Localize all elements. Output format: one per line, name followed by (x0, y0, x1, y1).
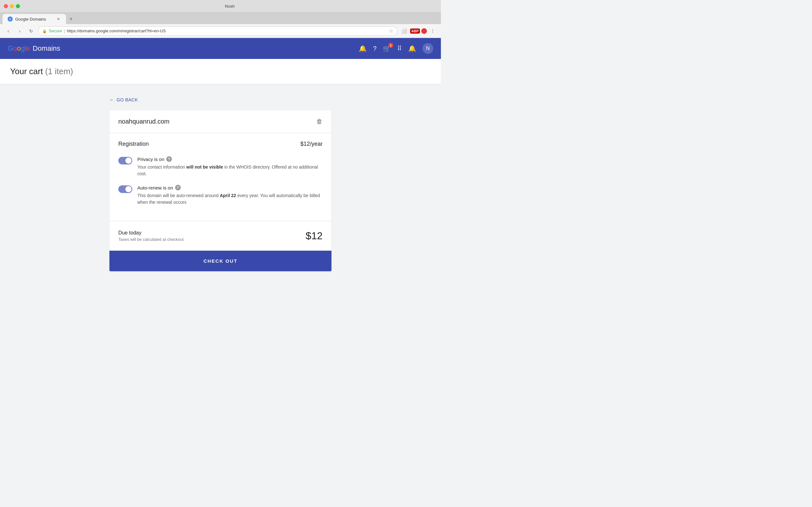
privacy-toggle-track[interactable] (118, 157, 132, 164)
domains-wordmark: Domains (33, 44, 60, 53)
registration-label: Registration (118, 141, 149, 147)
tab-close-btn[interactable]: ✕ (56, 16, 61, 21)
cart-icon[interactable]: 🛒 1 (383, 45, 391, 52)
registration-price: $12/year (300, 141, 322, 147)
secure-icon: 🔒 (42, 29, 47, 33)
secure-label: Secure (49, 29, 62, 33)
tab-bar: G Google Domains ✕ + (0, 12, 441, 24)
refresh-btn[interactable]: ↻ (27, 26, 36, 36)
adblock-btn[interactable]: ABP (410, 29, 420, 34)
browser-titlebar: Noah (0, 0, 441, 12)
user-avatar[interactable]: N (422, 43, 433, 54)
autorenew-toggle[interactable] (118, 185, 132, 193)
apps-icon[interactable]: ⠿ (397, 45, 402, 52)
tab-favicon: G (8, 16, 13, 21)
privacy-toggle-thumb (125, 158, 132, 164)
back-btn[interactable]: ‹ (4, 26, 13, 36)
active-tab[interactable]: G Google Domains ✕ (3, 14, 66, 24)
cart-badge: 1 (388, 43, 393, 48)
go-back-arrow-icon: ← (109, 97, 115, 103)
privacy-toggle-info: Privacy is on ? Your contact information… (137, 156, 322, 177)
record-btn[interactable] (421, 28, 427, 34)
autorenew-bold: April 22 (220, 193, 236, 198)
autorenew-toggle-row: Auto-renew is on ? This domain will be a… (118, 185, 322, 206)
delete-domain-icon[interactable]: 🗑 (316, 118, 322, 125)
titlebar-title: Noah (22, 4, 437, 9)
privacy-toggle-title: Privacy is on ? (137, 156, 322, 162)
privacy-bold: will not be visible (186, 164, 223, 170)
domain-row: noahquanrud.com 🗑 (109, 110, 332, 133)
due-today-section: Due today Taxes will be calculated at ch… (109, 221, 332, 249)
address-separator: | (64, 29, 65, 33)
registration-section: Registration $12/year Privacy is on ? (109, 133, 332, 221)
header-icons: 🔔 ? 🛒 1 ⠿ 🔔 N (359, 43, 433, 54)
cast-icon[interactable]: ⬜ (400, 26, 409, 36)
menu-icon[interactable]: ⋮ (428, 26, 437, 36)
minimize-window-btn[interactable] (10, 4, 14, 8)
due-today-amount: $12 (306, 230, 322, 242)
address-actions: ☆ (389, 28, 393, 34)
autorenew-toggle-thumb (125, 186, 132, 192)
due-today-sub: Taxes will be calculated at checkout (118, 237, 184, 242)
domain-name: noahquanrud.com (118, 118, 169, 125)
due-today-label: Due today (118, 230, 184, 236)
cart-title: Your cart (1 item) (10, 66, 431, 76)
cart-title-bar: Your cart (1 item) (0, 59, 441, 84)
close-window-btn[interactable] (4, 4, 8, 8)
privacy-toggle-desc: Your contact information will not be vis… (137, 164, 322, 177)
bookmark-icon[interactable]: ☆ (389, 28, 393, 34)
notifications-icon[interactable]: 🔔 (359, 45, 367, 52)
autorenew-toggle-track[interactable] (118, 185, 132, 193)
autorenew-toggle-info: Auto-renew is on ? This domain will be a… (137, 185, 322, 206)
address-bar[interactable]: 🔒 Secure | https://domains.google.com/m/… (38, 26, 397, 36)
go-back-link[interactable]: ← GO BACK (109, 97, 332, 103)
privacy-help-icon[interactable]: ? (166, 156, 172, 162)
autorenew-toggle-title: Auto-renew is on ? (137, 185, 322, 190)
help-icon[interactable]: ? (373, 45, 376, 52)
checkout-button[interactable]: CHECK OUT (109, 250, 332, 271)
registration-header: Registration $12/year (118, 141, 322, 147)
google-domains-logo[interactable]: Google Domains (8, 44, 60, 53)
autorenew-help-icon[interactable]: ? (175, 185, 181, 190)
due-today-left: Due today Taxes will be calculated at ch… (118, 230, 184, 242)
browser-toolbar: ‹ › ↻ 🔒 Secure | https://domains.google.… (0, 24, 441, 38)
window-controls (4, 4, 20, 8)
cart-card: noahquanrud.com 🗑 Registration $12/year (109, 110, 332, 271)
autorenew-toggle-desc: This domain will be auto-renewed around … (137, 192, 322, 206)
site-header: Google Domains 🔔 ? 🛒 1 ⠿ 🔔 N (0, 38, 441, 59)
new-tab-btn[interactable]: + (66, 14, 76, 24)
privacy-toggle-row: Privacy is on ? Your contact information… (118, 156, 322, 177)
cart-count: (1 item) (45, 66, 73, 76)
address-url: https://domains.google.com/m/registrar/c… (67, 29, 387, 33)
go-back-label: GO BACK (117, 97, 138, 102)
google-wordmark: Google (8, 44, 30, 53)
page-content: Your cart (1 item) ← GO BACK noahquanrud… (0, 59, 441, 303)
account-notifications-icon[interactable]: 🔔 (408, 45, 416, 52)
toolbar-right: ⬜ ABP ⋮ (400, 26, 437, 36)
content-area: ← GO BACK noahquanrud.com 🗑 Registration… (103, 84, 338, 284)
fullscreen-window-btn[interactable] (16, 4, 20, 8)
privacy-toggle[interactable] (118, 157, 132, 164)
tab-title: Google Domains (15, 17, 46, 21)
forward-btn[interactable]: › (15, 26, 24, 36)
